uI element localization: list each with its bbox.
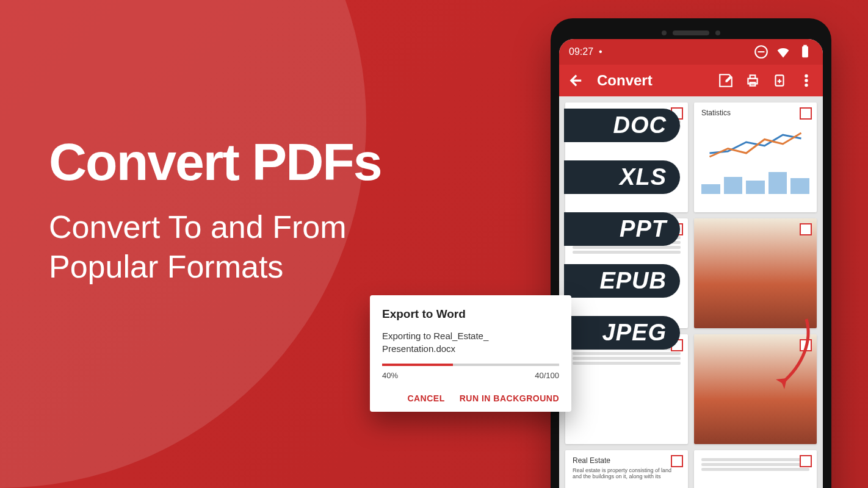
progress-count: 40/100	[535, 371, 559, 380]
format-pill-stack: DOC XLS PPT EPUB JPEG	[564, 109, 680, 350]
format-pill-ppt: PPT	[564, 212, 680, 246]
headline-subtitle: Convert To and From Popular Formats	[49, 207, 382, 287]
phone-screen: 09:27 • Convert	[559, 39, 823, 488]
svg-rect-5	[750, 75, 756, 78]
page-thumbnail[interactable]: Statistics	[694, 102, 817, 212]
pages-grid[interactable]: Statistics	[559, 96, 823, 488]
format-pill-xls: XLS	[564, 160, 680, 194]
wifi-icon	[775, 44, 791, 60]
page-thumbnail[interactable]: Real Estate Real estate is property cons…	[565, 450, 688, 488]
back-arrow-icon[interactable]	[568, 73, 584, 88]
status-dot: •	[599, 46, 602, 57]
clipboard-add-icon[interactable]	[772, 73, 787, 88]
run-in-background-button[interactable]: RUN IN BACKGROUND	[460, 393, 559, 403]
dialog-title: Export to Word	[382, 307, 559, 321]
cancel-button[interactable]: CANCEL	[407, 393, 444, 403]
dnd-icon	[753, 44, 769, 60]
format-pill-epub: EPUB	[564, 264, 680, 298]
page-thumbnail[interactable]	[694, 218, 817, 328]
export-dialog: Export to Word Exporting to Real_Estate_…	[370, 295, 571, 412]
bar-chart-icon	[701, 170, 809, 194]
svg-point-10	[805, 84, 808, 86]
svg-rect-2	[803, 46, 808, 57]
progress-fill	[382, 364, 453, 366]
status-time: 09:27	[569, 46, 593, 57]
curved-arrow-icon	[773, 316, 816, 389]
card-title-statistics: Statistics	[701, 109, 809, 117]
battery-icon	[797, 44, 813, 60]
headline-title: Convert PDFs	[49, 134, 382, 189]
card-title-real-estate: Real Estate	[573, 456, 681, 465]
android-status-bar: 09:27 •	[559, 39, 823, 65]
page-thumbnail[interactable]	[694, 450, 817, 488]
dialog-body: Exporting to Real_Estate_ Presentation.d…	[382, 329, 559, 355]
line-chart-icon	[701, 126, 809, 162]
overflow-menu-icon[interactable]	[798, 73, 814, 88]
marketing-headline: Convert PDFs Convert To and From Popular…	[49, 134, 382, 287]
progress-percent: 40%	[382, 371, 398, 380]
page-checkbox[interactable]	[671, 455, 683, 467]
format-pill-jpeg: JPEG	[564, 316, 680, 350]
page-checkbox[interactable]	[800, 223, 812, 235]
page-checkbox[interactable]	[800, 107, 812, 120]
phone-sensor-bar	[559, 27, 823, 39]
app-toolbar: Convert	[559, 65, 823, 96]
card-body-text: Real estate is property consisting of la…	[573, 467, 681, 479]
phone-frame: 09:27 • Convert	[551, 18, 831, 488]
app-bar-title: Convert	[597, 72, 707, 89]
svg-point-8	[805, 74, 808, 77]
page-checkbox[interactable]	[800, 455, 812, 467]
progress-bar	[382, 364, 559, 366]
format-pill-doc: DOC	[564, 109, 680, 142]
page-thumbnail[interactable]	[565, 334, 688, 444]
save-edit-icon[interactable]	[718, 73, 734, 88]
print-icon[interactable]	[745, 73, 761, 88]
svg-point-9	[805, 79, 808, 82]
svg-rect-3	[804, 45, 806, 46]
